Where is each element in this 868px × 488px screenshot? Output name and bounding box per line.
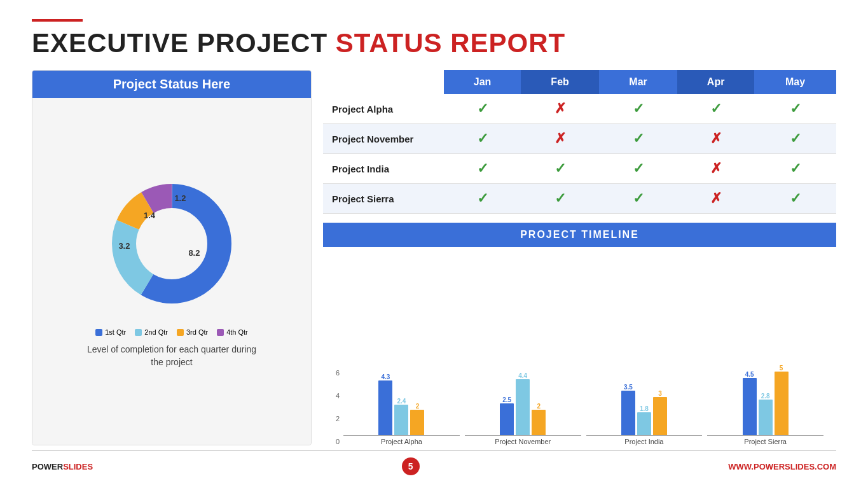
bars-india: 3.5 1.8 3	[621, 384, 667, 435]
legend-item-1: 1st Qtr	[95, 328, 126, 336]
bar-val: 2.8	[761, 393, 770, 400]
status-sierra-feb: ✓	[521, 184, 599, 214]
baseline	[586, 435, 703, 436]
bar-wrap: 3	[653, 390, 667, 435]
legend-dot-2	[135, 329, 142, 336]
table-row: Project November ✓ ✗ ✓ ✗ ✓	[323, 124, 836, 154]
bar	[532, 410, 546, 435]
status-india-apr: ✗	[677, 154, 754, 184]
status-table: Jan Feb Mar Apr May Project Alpha ✓ ✗ ✓ …	[323, 70, 836, 214]
status-sierra-jan: ✓	[444, 184, 521, 214]
bar-val: 4.3	[382, 373, 390, 380]
bar-group-label: Project India	[624, 438, 663, 445]
bar-wrap: 2	[410, 403, 424, 435]
month-mar: Mar	[599, 70, 677, 94]
status-alpha-jan: ✓	[444, 94, 521, 124]
caption: Level of completion for each quarter dur…	[87, 344, 256, 368]
footer-page-number: 5	[402, 457, 420, 475]
project-name-india: Project India	[323, 154, 444, 184]
status-india-jan: ✓	[444, 154, 521, 184]
status-india-may: ✓	[754, 154, 836, 184]
status-sierra-mar: ✓	[599, 184, 677, 214]
project-name-alpha: Project Alpha	[323, 94, 444, 124]
project-name-november: Project November	[323, 124, 444, 154]
bar-group-november: 2.5 4.4 2	[465, 372, 581, 445]
bar	[394, 405, 408, 435]
header-bar	[32, 19, 83, 22]
legend-label-1: 1st Qtr	[105, 328, 126, 336]
legend: 1st Qtr 2nd Qtr 3rd Qtr 4th Qtr	[95, 328, 248, 336]
bar-val: 1.8	[640, 405, 649, 412]
bar-group-label: Project Alpha	[381, 438, 422, 445]
bar-val: 4.4	[518, 372, 527, 379]
bar	[410, 410, 424, 435]
bar-wrap: 2.5	[500, 396, 514, 435]
bar-group-india: 3.5 1.8 3	[586, 384, 703, 445]
left-panel-header: Project Status Here	[32, 71, 311, 98]
status-nov-mar: ✓	[599, 124, 677, 154]
bars-sierra: 4.5 2.8 5	[743, 365, 789, 435]
left-panel-body: 8.2 3.2 1.4 1.2 1st Qtr 2nd Qtr	[32, 98, 311, 445]
bar-val: 2.5	[502, 396, 511, 403]
status-alpha-feb: ✗	[521, 94, 599, 124]
status-nov-feb: ✗	[521, 124, 599, 154]
bar-val: 3	[658, 390, 662, 397]
bar	[775, 372, 789, 435]
y-label-0: 0	[336, 438, 340, 445]
legend-item-3: 3rd Qtr	[177, 328, 208, 336]
bars-alpha: 4.3 2.4 2	[378, 373, 424, 435]
month-may: May	[754, 70, 836, 94]
bar	[759, 400, 773, 435]
bar-val: 5	[780, 365, 783, 372]
bar-wrap: 1.8	[637, 405, 651, 435]
bar-wrap: 2.8	[759, 393, 773, 435]
baseline	[707, 435, 823, 436]
status-sierra-may: ✓	[754, 184, 836, 214]
bar	[743, 378, 757, 435]
footer-brand-red: SLIDES	[63, 462, 93, 471]
bar-val: 4.5	[745, 371, 754, 378]
donut-center	[138, 210, 205, 277]
bars-area: 4.3 2.4 2	[343, 365, 823, 445]
bar-wrap: 2.4	[394, 398, 408, 435]
status-nov-may: ✓	[754, 124, 836, 154]
table-row: Project Sierra ✓ ✓ ✓ ✗ ✓	[323, 184, 836, 214]
month-feb: Feb	[521, 70, 599, 94]
legend-label-3: 3rd Qtr	[186, 328, 208, 336]
bar	[621, 391, 635, 435]
legend-item-4: 4th Qtr	[217, 328, 248, 336]
bar-group-alpha: 4.3 2.4 2	[343, 373, 460, 445]
y-label-6: 6	[336, 369, 340, 377]
footer: POWERSLIDES 5 WWW.POWERSLIDES.COM	[32, 450, 836, 475]
footer-url: WWW.POWERSLIDES.COM	[728, 462, 836, 471]
footer-brand: POWERSLIDES	[32, 462, 93, 471]
status-india-feb: ✓	[521, 154, 599, 184]
legend-dot-4	[217, 329, 224, 336]
bar-val: 3.5	[624, 384, 633, 391]
status-sierra-apr: ✗	[677, 184, 754, 214]
bar-wrap: 3.5	[621, 384, 635, 435]
bar	[378, 380, 392, 435]
content-area: Project Status Here	[32, 70, 836, 445]
legend-label-4: 4th Qtr	[226, 328, 248, 336]
legend-label-2: 2nd Qtr	[144, 328, 168, 336]
bar-wrap: 4.3	[378, 373, 392, 435]
bar-groups: 4.3 2.4 2	[343, 365, 823, 445]
status-india-mar: ✓	[599, 154, 677, 184]
timeline-header: PROJECT TIMELINE	[323, 223, 836, 247]
bar-wrap: 2	[532, 403, 546, 435]
baseline	[465, 435, 581, 436]
bar-wrap: 5	[775, 365, 789, 435]
title-black: EXECUTIVE PROJECT	[32, 28, 336, 58]
month-apr: Apr	[677, 70, 754, 94]
bar	[637, 412, 651, 435]
legend-dot-3	[177, 329, 184, 336]
chart-wrapper: 0 2 4 6 4.3	[336, 253, 823, 445]
status-nov-jan: ✓	[444, 124, 521, 154]
bar-val: 2.4	[397, 398, 406, 405]
status-nov-apr: ✗	[677, 124, 754, 154]
status-alpha-apr: ✓	[677, 94, 754, 124]
bars-november: 2.5 4.4 2	[500, 372, 546, 435]
bar-val: 2	[537, 403, 541, 410]
donut-chart: 8.2 3.2 1.4 1.2	[102, 174, 242, 314]
